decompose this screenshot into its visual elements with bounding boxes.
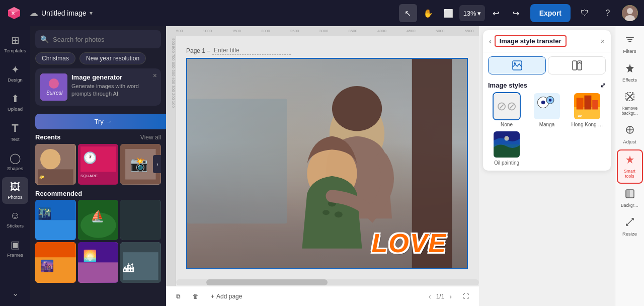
right-tool-background[interactable]: Backgr… xyxy=(617,185,643,212)
design-icon: ✦ xyxy=(11,63,20,75)
svg-rect-47 xyxy=(573,61,577,70)
sidebar-item-frames[interactable]: ▣ Frames xyxy=(2,235,28,262)
svg-text:🌆: 🌆 xyxy=(40,260,54,273)
redo-button[interactable]: ↪ xyxy=(507,4,525,22)
frame-tool-button[interactable]: ⬜ xyxy=(439,4,457,22)
recommended-photo-6[interactable]: 🏙 xyxy=(120,242,161,283)
svg-point-46 xyxy=(514,62,516,64)
hand-tool-button[interactable]: ✋ xyxy=(419,4,437,22)
shield-button[interactable]: 🛡 xyxy=(576,4,594,22)
duplicate-page-button[interactable]: ⧉ xyxy=(172,291,185,302)
svg-rect-63 xyxy=(626,37,634,38)
ist-header: ‹ Image style transfer × xyxy=(483,30,611,52)
recommended-photo-1[interactable]: 🌃 xyxy=(35,200,76,241)
image-generator-close-button[interactable]: × xyxy=(153,71,157,80)
recommended-photo-5[interactable]: 🌅 xyxy=(78,242,119,283)
ist-tab-original[interactable] xyxy=(488,56,546,74)
sidebar-item-shapes[interactable]: ◯ Shapes xyxy=(2,148,28,175)
stickers-icon: ☺ xyxy=(10,210,20,221)
svg-rect-29 xyxy=(78,263,119,283)
style-hong-kong-label: Hong Kong … xyxy=(572,122,603,127)
svg-point-52 xyxy=(541,101,545,104)
scroll-right-button[interactable]: › xyxy=(153,155,161,173)
style-manga[interactable]: Manga xyxy=(528,92,566,127)
right-icons: Filters Effects Removebackgr... Adjust S… xyxy=(615,26,644,306)
ist-back-button[interactable]: ‹ xyxy=(489,37,492,45)
canvas-frame[interactable]: ⊞ ⊟ ··· xyxy=(186,58,468,269)
image-style-transfer-panel: ‹ Image style transfer × xyxy=(483,30,611,171)
export-button[interactable]: Export xyxy=(530,4,571,22)
remove-bg-icon xyxy=(625,92,635,104)
next-page-button[interactable]: › xyxy=(446,291,455,301)
style-none[interactable]: ⊘ None xyxy=(488,92,525,127)
undo-button[interactable]: ↩ xyxy=(487,4,505,22)
ruler-horizontal: 500 1000 1500 2000 2500 3000 3500 4000 4… xyxy=(166,26,479,36)
svg-rect-58 xyxy=(592,100,598,110)
right-tool-filters[interactable]: Filters xyxy=(617,30,643,58)
user-avatar[interactable] xyxy=(622,5,638,21)
ist-title: Image style transfer xyxy=(495,35,567,47)
smart-tools-icon xyxy=(625,155,635,167)
sidebar-item-upload[interactable]: ⬆ Upload xyxy=(2,89,28,116)
zoom-control[interactable]: 13% ▾ xyxy=(459,5,485,21)
svg-point-40 xyxy=(332,86,382,131)
style-manga-thumb xyxy=(533,92,561,120)
right-tool-adjust[interactable]: Adjust xyxy=(617,121,643,148)
ist-tab-compare[interactable] xyxy=(548,56,606,74)
ist-styles-grid: ⊘ None xyxy=(483,92,611,171)
right-tool-effects[interactable]: Effects xyxy=(617,59,643,87)
ist-close-button[interactable]: × xyxy=(601,37,605,45)
tag-christmas[interactable]: Christmas xyxy=(35,52,75,64)
image-generator-description: Generate images with word prompts throug… xyxy=(71,83,156,98)
nav-collapse-button[interactable]: ⌄ xyxy=(8,284,23,302)
title-chevron-icon[interactable]: ▾ xyxy=(90,10,93,17)
tag-new-year[interactable]: New year resolution xyxy=(79,52,146,64)
recents-grid: 🌮 🕐 SQUARE 📸 › xyxy=(30,144,166,283)
view-all-recents-button[interactable]: View all xyxy=(140,134,161,141)
recent-photo-3[interactable]: 📸 › xyxy=(120,144,161,185)
zoom-value: 13% xyxy=(463,10,476,17)
style-hong-kong[interactable]: HK Hong Kong … xyxy=(569,92,606,127)
recent-photo-1[interactable]: 🌮 xyxy=(35,144,76,185)
adjust-icon xyxy=(625,125,635,137)
right-tool-resize[interactable]: Resize xyxy=(617,213,643,241)
fullscreen-button[interactable]: ⛶ xyxy=(459,291,473,302)
delete-page-button[interactable]: 🗑 xyxy=(189,291,203,302)
svg-text:🌃: 🌃 xyxy=(38,207,52,220)
sidebar-item-photos[interactable]: 🖼 Photos xyxy=(2,177,28,204)
recommended-photo-3[interactable] xyxy=(120,200,161,241)
image-generator-banner: Surreal Image generator Generate images … xyxy=(35,68,161,106)
prev-page-button[interactable]: ‹ xyxy=(426,291,434,301)
horizontal-scrollbar[interactable] xyxy=(176,279,479,285)
select-tool-button[interactable]: ↖ xyxy=(399,4,417,22)
recommended-section-header: Recommended xyxy=(35,187,161,198)
sidebar-item-stickers[interactable]: ☺ Stickers xyxy=(2,206,28,233)
filters-icon xyxy=(625,34,635,47)
sidebar-item-text[interactable]: T Text xyxy=(2,118,28,146)
right-tool-remove-bg[interactable]: Removebackgr... xyxy=(617,88,643,120)
try-image-generator-button[interactable]: Try → xyxy=(35,114,166,129)
image-generator-thumbnail: Surreal xyxy=(40,73,67,101)
svg-rect-56 xyxy=(577,98,584,109)
right-tool-smart-tools[interactable]: Smarttools xyxy=(617,149,643,184)
document-title[interactable]: Untitled image xyxy=(41,9,87,17)
style-hong-kong-thumb: HK xyxy=(573,92,601,120)
svg-text:HK: HK xyxy=(578,115,582,118)
search-bar: 🔍 xyxy=(35,30,161,48)
recent-photo-2[interactable]: 🕐 SQUARE xyxy=(78,144,119,185)
search-input[interactable] xyxy=(53,36,156,43)
style-oil-painting[interactable]: Oil painting xyxy=(488,130,525,166)
canvas-scroll[interactable]: Page 1 – ⊞ ⊟ ··· xyxy=(176,36,479,286)
effects-label: Effects xyxy=(622,77,637,83)
svg-point-8 xyxy=(40,149,60,169)
recommended-photo-2[interactable]: ⛵ xyxy=(78,200,119,241)
add-page-button[interactable]: + Add page xyxy=(207,291,246,302)
svg-point-62 xyxy=(504,136,509,140)
app-logo[interactable]: ✕ xyxy=(6,5,22,21)
page-title-input[interactable] xyxy=(212,46,291,55)
help-button[interactable]: ? xyxy=(599,4,617,22)
scrollbar-thumb xyxy=(206,279,328,285)
recommended-photo-4[interactable]: 🌆 xyxy=(35,242,76,283)
sidebar-item-templates[interactable]: ⊞ Templates xyxy=(2,30,28,57)
sidebar-item-design[interactable]: ✦ Design xyxy=(2,59,28,87)
